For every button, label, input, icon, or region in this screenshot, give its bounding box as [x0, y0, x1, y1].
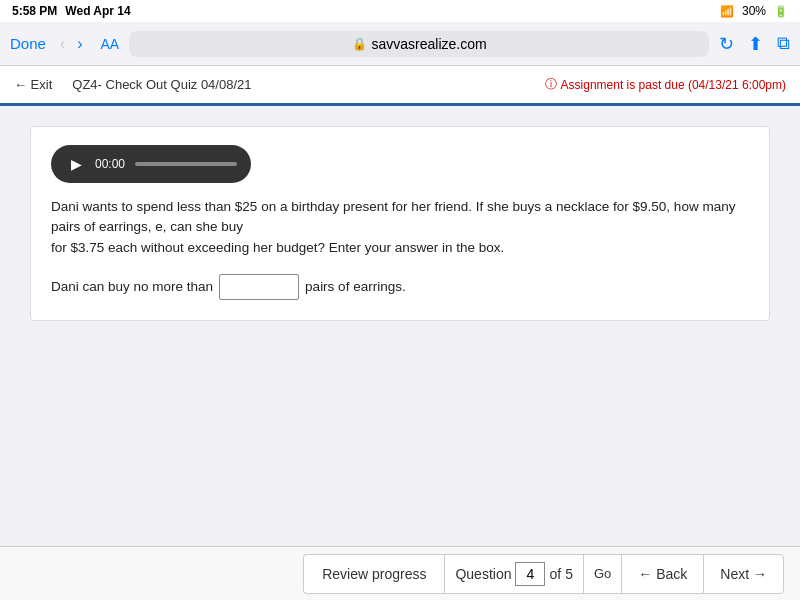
- next-button[interactable]: Next →: [703, 554, 784, 594]
- status-date: Wed Apr 14: [65, 4, 130, 18]
- overdue-text: Assignment is past due (04/13/21 6:00pm): [561, 78, 786, 92]
- browser-action-icons: ↻ ⬆ ⧉: [719, 33, 790, 55]
- question-card: ▶ 00:00 Dani wants to spend less than $2…: [30, 126, 770, 321]
- question-line1: Dani wants to spend less than $25 on a b…: [51, 199, 735, 234]
- review-progress-button[interactable]: Review progress: [303, 554, 444, 594]
- audio-player: ▶ 00:00: [51, 145, 251, 183]
- quiz-title: QZ4- Check Out Quiz 04/08/21: [72, 77, 251, 92]
- audio-time: 00:00: [95, 157, 127, 171]
- question-total: 5: [565, 566, 573, 582]
- back-button[interactable]: ← Back: [621, 554, 703, 594]
- text-size-button[interactable]: AA: [101, 36, 120, 52]
- play-button[interactable]: ▶: [65, 153, 87, 175]
- browser-bar: Done ‹ › AA 🔒 savvasrealize.com ↻ ⬆ ⧉: [0, 22, 800, 66]
- url-text: savvasrealize.com: [372, 36, 487, 52]
- question-counter: Question of 5: [444, 554, 583, 594]
- status-bar: 5:58 PM Wed Apr 14 📶 30% 🔋: [0, 0, 800, 22]
- question-number-input[interactable]: [515, 562, 545, 586]
- audio-progress-bar[interactable]: [135, 162, 237, 166]
- question-of-label: of: [549, 566, 561, 582]
- status-time: 5:58 PM: [12, 4, 57, 18]
- battery-level: 30%: [742, 4, 766, 18]
- browser-nav: ‹ ›: [56, 33, 87, 55]
- bookmarks-icon[interactable]: ⧉: [777, 33, 790, 55]
- question-line2: for $3.75 each without exceeding her bud…: [51, 240, 504, 255]
- overdue-icon: ⓘ: [545, 76, 557, 93]
- bottom-nav: Review progress Question of 5 Go ← Back …: [0, 546, 800, 600]
- question-label: Question: [455, 566, 511, 582]
- share-icon[interactable]: ⬆: [748, 33, 763, 55]
- battery-icon: 🔋: [774, 5, 788, 18]
- main-content: ▶ 00:00 Dani wants to spend less than $2…: [0, 106, 800, 546]
- wifi-icon: 📶: [720, 5, 734, 18]
- refresh-icon[interactable]: ↻: [719, 33, 734, 55]
- lock-icon: 🔒: [352, 37, 367, 51]
- answer-suffix: pairs of earrings.: [305, 279, 406, 294]
- answer-prefix: Dani can buy no more than: [51, 279, 213, 294]
- url-bar[interactable]: 🔒 savvasrealize.com: [129, 31, 709, 57]
- exit-button[interactable]: ← Exit: [14, 77, 52, 92]
- forward-nav-button[interactable]: ›: [73, 33, 86, 55]
- answer-area: Dani can buy no more than pairs of earri…: [51, 274, 749, 300]
- go-button[interactable]: Go: [583, 554, 621, 594]
- back-nav-button[interactable]: ‹: [56, 33, 69, 55]
- answer-input[interactable]: [219, 274, 299, 300]
- quiz-header: ← Exit QZ4- Check Out Quiz 04/08/21 ⓘ As…: [0, 66, 800, 106]
- done-button[interactable]: Done: [10, 35, 46, 52]
- overdue-notice: ⓘ Assignment is past due (04/13/21 6:00p…: [545, 76, 786, 93]
- question-text: Dani wants to spend less than $25 on a b…: [51, 197, 749, 258]
